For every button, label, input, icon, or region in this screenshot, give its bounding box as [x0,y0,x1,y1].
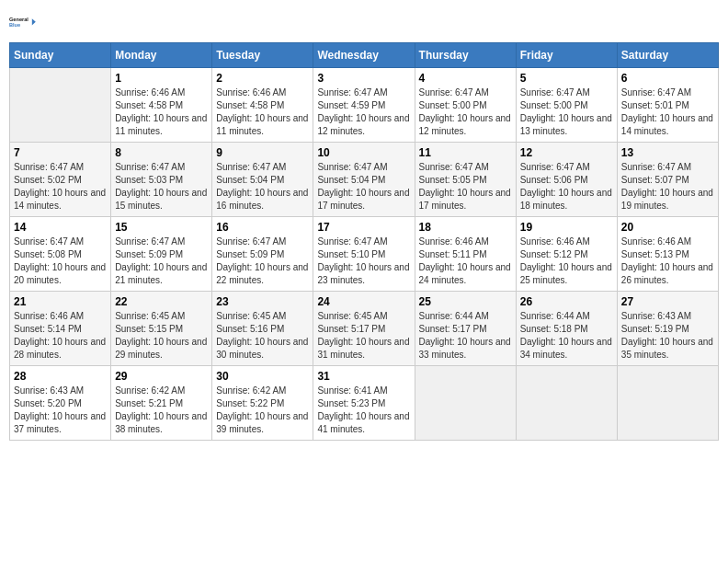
calendar-cell [415,366,516,441]
day-number: 2 [216,72,309,85]
day-number: 20 [621,221,714,234]
day-info: Sunrise: 6:41 AMSunset: 5:23 PMDaylight:… [317,385,410,436]
calendar-cell: 12Sunrise: 6:47 AMSunset: 5:06 PMDayligh… [516,143,617,217]
day-number: 8 [115,146,208,159]
day-number: 6 [621,72,714,85]
day-info: Sunrise: 6:46 AMSunset: 5:11 PMDaylight:… [419,236,512,287]
day-number: 3 [317,72,410,85]
day-number: 29 [115,370,208,383]
day-number: 27 [621,295,714,308]
week-row-1: 1Sunrise: 6:46 AMSunset: 4:58 PMDaylight… [10,68,719,143]
calendar-cell: 28Sunrise: 6:43 AMSunset: 5:20 PMDayligh… [10,366,111,441]
day-number: 1 [115,72,208,85]
calendar-cell: 18Sunrise: 6:46 AMSunset: 5:11 PMDayligh… [415,217,516,292]
calendar-cell: 3Sunrise: 6:47 AMSunset: 4:59 PMDaylight… [313,68,415,143]
day-info: Sunrise: 6:42 AMSunset: 5:22 PMDaylight:… [216,385,309,436]
page-header: GeneralBlue [9,9,719,35]
day-info: Sunrise: 6:47 AMSunset: 5:04 PMDaylight:… [317,161,410,213]
day-number: 18 [419,221,512,234]
calendar-cell [10,68,111,143]
calendar-cell: 24Sunrise: 6:45 AMSunset: 5:17 PMDayligh… [313,292,415,366]
week-row-5: 28Sunrise: 6:43 AMSunset: 5:20 PMDayligh… [10,366,719,441]
calendar-cell: 25Sunrise: 6:44 AMSunset: 5:17 PMDayligh… [415,292,516,366]
day-info: Sunrise: 6:47 AMSunset: 5:07 PMDaylight:… [621,161,714,213]
day-info: Sunrise: 6:46 AMSunset: 5:14 PMDaylight:… [14,310,107,362]
calendar-cell: 2Sunrise: 6:46 AMSunset: 4:58 PMDaylight… [212,68,313,143]
day-number: 7 [14,146,107,159]
header-day-saturday: Saturday [617,43,718,68]
day-number: 26 [520,295,613,308]
day-info: Sunrise: 6:46 AMSunset: 4:58 PMDaylight:… [216,86,309,138]
calendar-cell: 21Sunrise: 6:46 AMSunset: 5:14 PMDayligh… [10,292,111,366]
week-row-2: 7Sunrise: 6:47 AMSunset: 5:02 PMDaylight… [10,143,719,217]
calendar-cell: 4Sunrise: 6:47 AMSunset: 5:00 PMDaylight… [415,68,516,143]
calendar-cell: 23Sunrise: 6:45 AMSunset: 5:16 PMDayligh… [212,292,313,366]
day-number: 16 [216,221,309,234]
calendar-cell: 8Sunrise: 6:47 AMSunset: 5:03 PMDaylight… [111,143,212,217]
day-number: 19 [520,221,613,234]
day-info: Sunrise: 6:42 AMSunset: 5:21 PMDaylight:… [115,385,208,436]
calendar-cell: 6Sunrise: 6:47 AMSunset: 5:01 PMDaylight… [617,68,718,143]
day-info: Sunrise: 6:46 AMSunset: 4:58 PMDaylight:… [115,86,208,138]
calendar-table: SundayMondayTuesdayWednesdayThursdayFrid… [9,42,719,441]
calendar-cell [516,366,617,441]
day-info: Sunrise: 6:43 AMSunset: 5:20 PMDaylight:… [14,385,107,436]
day-number: 30 [216,370,309,383]
day-number: 14 [14,221,107,234]
calendar-cell: 14Sunrise: 6:47 AMSunset: 5:08 PMDayligh… [10,217,111,292]
calendar-cell: 29Sunrise: 6:42 AMSunset: 5:21 PMDayligh… [111,366,212,441]
day-info: Sunrise: 6:45 AMSunset: 5:15 PMDaylight:… [115,310,208,362]
calendar-cell: 7Sunrise: 6:47 AMSunset: 5:02 PMDaylight… [10,143,111,217]
day-number: 10 [317,146,410,159]
day-info: Sunrise: 6:47 AMSunset: 5:06 PMDaylight:… [520,161,613,213]
day-number: 12 [520,146,613,159]
header-day-monday: Monday [111,43,212,68]
day-info: Sunrise: 6:47 AMSunset: 5:09 PMDaylight:… [115,236,208,287]
day-info: Sunrise: 6:47 AMSunset: 5:02 PMDaylight:… [14,161,107,213]
calendar-cell: 9Sunrise: 6:47 AMSunset: 5:04 PMDaylight… [212,143,313,217]
svg-text:General: General [9,17,28,22]
logo-icon: GeneralBlue [9,9,39,35]
day-number: 4 [419,72,512,85]
calendar-body: 1Sunrise: 6:46 AMSunset: 4:58 PMDaylight… [10,68,719,441]
day-number: 5 [520,72,613,85]
calendar-cell: 1Sunrise: 6:46 AMSunset: 4:58 PMDaylight… [111,68,212,143]
day-info: Sunrise: 6:47 AMSunset: 5:10 PMDaylight:… [317,236,410,287]
day-number: 17 [317,221,410,234]
calendar-cell: 13Sunrise: 6:47 AMSunset: 5:07 PMDayligh… [617,143,718,217]
day-number: 23 [216,295,309,308]
week-row-4: 21Sunrise: 6:46 AMSunset: 5:14 PMDayligh… [10,292,719,366]
header-day-friday: Friday [516,43,617,68]
day-number: 15 [115,221,208,234]
header-day-thursday: Thursday [415,43,516,68]
day-info: Sunrise: 6:44 AMSunset: 5:17 PMDaylight:… [419,310,512,362]
calendar-cell: 17Sunrise: 6:47 AMSunset: 5:10 PMDayligh… [313,217,415,292]
day-info: Sunrise: 6:47 AMSunset: 5:05 PMDaylight:… [419,161,512,213]
day-info: Sunrise: 6:43 AMSunset: 5:19 PMDaylight:… [621,310,714,362]
calendar-cell: 5Sunrise: 6:47 AMSunset: 5:00 PMDaylight… [516,68,617,143]
day-info: Sunrise: 6:46 AMSunset: 5:13 PMDaylight:… [621,236,714,287]
calendar-cell: 15Sunrise: 6:47 AMSunset: 5:09 PMDayligh… [111,217,212,292]
day-info: Sunrise: 6:45 AMSunset: 5:17 PMDaylight:… [317,310,410,362]
day-info: Sunrise: 6:45 AMSunset: 5:16 PMDaylight:… [216,310,309,362]
logo: GeneralBlue [9,9,39,35]
calendar-cell: 27Sunrise: 6:43 AMSunset: 5:19 PMDayligh… [617,292,718,366]
calendar-cell: 22Sunrise: 6:45 AMSunset: 5:15 PMDayligh… [111,292,212,366]
day-number: 22 [115,295,208,308]
calendar-cell: 19Sunrise: 6:46 AMSunset: 5:12 PMDayligh… [516,217,617,292]
day-info: Sunrise: 6:46 AMSunset: 5:12 PMDaylight:… [520,236,613,287]
header-day-tuesday: Tuesday [212,43,313,68]
day-info: Sunrise: 6:47 AMSunset: 5:08 PMDaylight:… [14,236,107,287]
calendar-cell: 16Sunrise: 6:47 AMSunset: 5:09 PMDayligh… [212,217,313,292]
svg-text:Blue: Blue [9,22,20,28]
day-number: 31 [317,370,410,383]
day-info: Sunrise: 6:47 AMSunset: 5:00 PMDaylight:… [419,86,512,138]
day-info: Sunrise: 6:44 AMSunset: 5:18 PMDaylight:… [520,310,613,362]
day-info: Sunrise: 6:47 AMSunset: 5:03 PMDaylight:… [115,161,208,213]
header-day-sunday: Sunday [10,43,111,68]
calendar-cell [617,366,718,441]
day-number: 9 [216,146,309,159]
day-info: Sunrise: 6:47 AMSunset: 5:01 PMDaylight:… [621,86,714,138]
svg-marker-2 [32,18,36,25]
day-number: 13 [621,146,714,159]
